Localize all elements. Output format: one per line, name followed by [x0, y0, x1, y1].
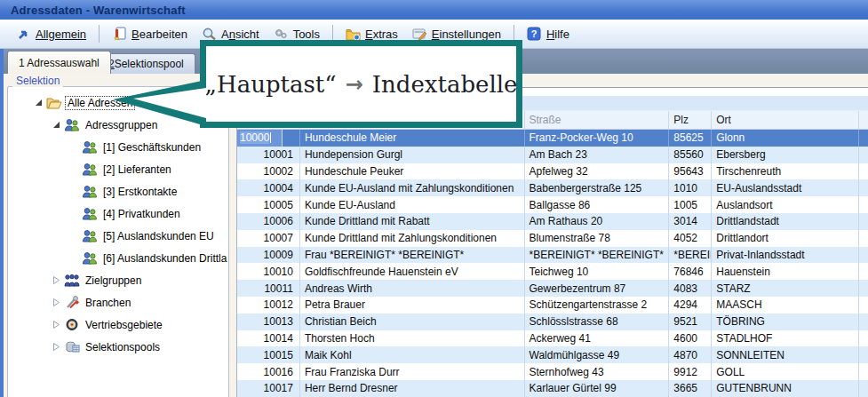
grid-cell[interactable]: Blumenstraße 78 — [525, 230, 670, 247]
grid-cell[interactable]: Frau Franziska Durr — [300, 363, 525, 380]
grid-cell[interactable]: Babenbergerstraße 125 — [525, 179, 670, 196]
grid-cell[interactable]: Andreas Wirth — [300, 280, 525, 297]
grid-cell[interactable]: 3014 — [669, 213, 712, 230]
grid-cell[interactable]: GOLL — [712, 363, 859, 380]
tab-adressauswahl[interactable]: 1 Adressauswahl — [7, 51, 111, 74]
grid-row-10009[interactable]: 10009Frau *BEREINIGT* *BEREINIGT**BEREIN… — [237, 247, 868, 264]
grid-cell[interactable]: 10015 — [237, 346, 300, 363]
grid-cell[interactable]: Hundeschule Peuker — [300, 163, 525, 180]
grid-row-10012[interactable]: 10012Petra BrauerSchützengartenstrasse 2… — [237, 297, 868, 314]
tree-item-selektionspools[interactable]: Selektionspools — [9, 336, 227, 358]
grid-cell[interactable]: 9912 — [669, 363, 712, 380]
grid-cell[interactable]: Goldfischfreunde Hauenstein eV — [300, 263, 525, 280]
tab-selektionspool[interactable]: 2 Selektionspool — [97, 53, 195, 74]
grid-row-10017[interactable]: 10017Herr Bernd DresnerKarlauer Gürtel 9… — [237, 380, 868, 397]
grid-cell[interactable]: 9521 — [669, 314, 712, 330]
tree-item-branchen[interactable]: Branchen — [9, 291, 227, 314]
expander-collapsed-icon[interactable] — [50, 297, 62, 309]
grid-cell[interactable]: *BEREIN — [669, 247, 712, 264]
grid-cell[interactable]: Auslandsort — [712, 196, 859, 213]
grid-cell[interactable]: 10002 — [237, 163, 300, 180]
grid-cell[interactable]: Am Rathaus 20 — [525, 213, 670, 230]
grid-cell[interactable]: Am Bach 23 — [525, 147, 670, 163]
grid-cell[interactable]: 1010 — [669, 179, 712, 196]
column-header-strasse[interactable]: Straße — [525, 111, 670, 129]
grid-cell[interactable]: Frau *BEREINIGT* *BEREINIGT* — [300, 247, 525, 264]
grid-row-10007[interactable]: 10007Kunde Drittland mit Zahlungskonditi… — [237, 230, 868, 247]
grid-row-10013[interactable]: 10013Christian BeichSchlösslstrasse 6895… — [237, 314, 868, 330]
grid-cell[interactable]: 4294 — [669, 297, 712, 314]
grid-cell[interactable]: Kunde Drittland mit Rabatt — [300, 213, 525, 230]
grid-cell[interactable]: Apfelweg 32 — [525, 163, 670, 180]
grid-cell[interactable]: 10004 — [237, 179, 300, 196]
grid-cell[interactable]: 10009 — [237, 247, 300, 264]
grid-cell[interactable]: Tirschenreuth — [712, 163, 859, 180]
grid-row-10000[interactable]: 10000Hundeschule MeierFranz-Pocker-Weg 1… — [237, 130, 868, 147]
grid-cell[interactable]: Ballgasse 86 — [525, 196, 670, 213]
grid-cell[interactable]: Kunde EU-Ausland mit Zahlungskonditionen — [300, 179, 525, 196]
tree-item-5-auslandskunden-eu[interactable]: [5] Auslandskunden EU — [9, 225, 227, 247]
grid-cell[interactable]: Drittlandort — [712, 230, 859, 247]
title-bar[interactable]: Adressdaten - Warenwirtschaft — [0, 0, 868, 20]
grid-cell[interactable]: MAASCH — [712, 297, 859, 314]
tree-item-1-gesch-ftskunden[interactable]: [1] Geschäftskunden — [9, 136, 227, 158]
grid-cell[interactable]: 10012 — [237, 297, 300, 314]
grid-cell[interactable]: Ebersberg — [712, 147, 859, 163]
grid-row-10010[interactable]: 10010Goldfischfreunde Hauenstein eVTeich… — [237, 263, 868, 280]
grid-cell[interactable]: TÖBRING — [712, 314, 859, 330]
grid-cell[interactable]: Hundepension Gurgl — [300, 147, 525, 163]
tree-item-2-lieferanten[interactable]: [2] Lieferanten — [9, 158, 227, 180]
grid-cell[interactable]: Thorsten Hoch — [300, 330, 525, 347]
grid-row-10015[interactable]: 10015Maik KohlWaldmühlgasse 494870SONNLE… — [237, 346, 868, 363]
grid-cell[interactable]: 10014 — [237, 330, 300, 347]
grid-row-10005[interactable]: 10005Kunde EU-AuslandBallgasse 861005Aus… — [237, 196, 868, 213]
grid-row-10001[interactable]: 10001Hundepension GurglAm Bach 2385560Eb… — [237, 147, 868, 163]
grid-cell[interactable]: Teichweg 10 — [525, 263, 670, 280]
menu-item-bearbeiten[interactable]: Bearbeiten — [105, 24, 195, 44]
grid-cell[interactable]: 10013 — [237, 314, 300, 330]
grid-cell[interactable]: Sternhofweg 43 — [525, 363, 670, 380]
grid-cell[interactable]: 95643 — [669, 163, 712, 180]
grid-cell[interactable]: Herr Bernd Dresner — [300, 380, 525, 397]
grid-cell[interactable]: 4870 — [669, 346, 712, 363]
grid-cell[interactable]: 10006 — [237, 213, 300, 230]
grid-row-10011[interactable]: 10011Andreas WirthGewerbezentrum 874083S… — [237, 280, 868, 297]
grid-cell[interactable]: Drittlandstadt — [712, 213, 859, 230]
grid-cell[interactable]: EU-Auslandsstadt — [712, 179, 859, 196]
column-header-plz[interactable]: Plz — [669, 111, 712, 129]
expander-expanded-icon[interactable] — [32, 97, 44, 109]
grid-row-10004[interactable]: 10004Kunde EU-Ausland mit Zahlungskondit… — [237, 179, 868, 196]
grid-cell[interactable]: 10001 — [237, 147, 300, 163]
grid-row-10002[interactable]: 10002Hundeschule PeukerApfelweg 3295643T… — [237, 163, 868, 180]
grid-cell[interactable]: Kunde Drittland mit Zahlungskonditionen — [300, 230, 525, 247]
grid-cell[interactable]: Christian Beich — [300, 314, 525, 330]
menu-item-hilfe[interactable]: ?Hilfe — [520, 24, 577, 44]
grid-cell[interactable]: 4052 — [669, 230, 712, 247]
grid-cell[interactable]: Hundeschule Meier — [300, 130, 525, 147]
grid-cell[interactable]: 3665 — [669, 380, 712, 397]
grid-cell[interactable]: Kunde EU-Ausland — [300, 196, 525, 213]
expander-expanded-icon[interactable] — [50, 119, 62, 131]
column-header-ort[interactable]: Ort — [712, 111, 859, 129]
grid-cell[interactable]: GUTENBRUNN — [712, 380, 859, 397]
grid-cell[interactable]: Schlösslstrasse 68 — [525, 314, 670, 330]
grid-cell[interactable]: Karlauer Gürtel 99 — [525, 380, 670, 397]
grid-cell[interactable]: Hauenstein — [712, 263, 859, 280]
expander-collapsed-icon[interactable] — [50, 274, 62, 287]
grid-cell[interactable]: STARZ — [712, 280, 859, 297]
grid-cell[interactable]: 85625 — [669, 130, 712, 147]
grid-cell[interactable]: Maik Kohl — [300, 346, 525, 363]
grid-cell[interactable]: 85560 — [669, 147, 712, 163]
grid-cell[interactable]: Ackerweg 41 — [525, 330, 670, 347]
grid-row-10006[interactable]: 10006Kunde Drittland mit RabattAm Rathau… — [237, 213, 868, 230]
grid-row-10016[interactable]: 10016Frau Franziska DurrSternhofweg 4399… — [237, 363, 868, 380]
grid-row-10014[interactable]: 10014Thorsten HochAckerweg 414600STADLHO… — [237, 330, 868, 347]
grid-cell[interactable]: SONNLEITEN — [712, 346, 859, 363]
grid-cell[interactable]: Glonn — [712, 130, 859, 147]
tree-item-3-erstkontakte[interactable]: [3] Erstkontakte — [9, 180, 227, 202]
grid-cell[interactable]: 10010 — [237, 263, 300, 280]
grid-cell[interactable]: 76846 — [669, 263, 712, 280]
grid-cell[interactable]: 10005 — [237, 196, 300, 213]
grid-cell[interactable]: Franz-Pocker-Weg 10 — [525, 130, 670, 147]
tree-item-4-privatkunden[interactable]: [4] Privatkunden — [9, 202, 227, 225]
